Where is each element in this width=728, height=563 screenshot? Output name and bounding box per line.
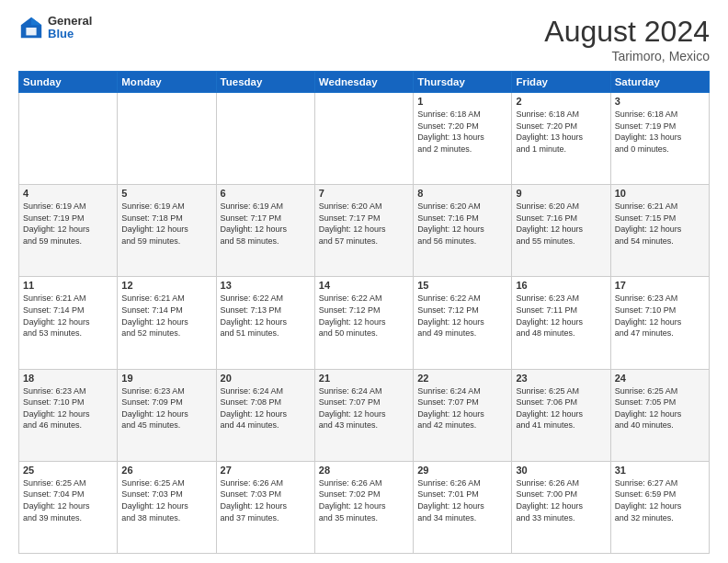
day-number: 12	[121, 280, 211, 291]
day-info: Sunrise: 6:19 AM Sunset: 7:19 PM Dayligh…	[23, 201, 113, 247]
month-title: August 2024	[544, 15, 710, 49]
day-number: 17	[615, 280, 705, 291]
week-row-5: 25Sunrise: 6:25 AM Sunset: 7:04 PM Dayli…	[19, 461, 710, 553]
calendar-cell: 29Sunrise: 6:26 AM Sunset: 7:01 PM Dayli…	[414, 461, 512, 553]
calendar-cell: 11Sunrise: 6:21 AM Sunset: 7:14 PM Dayli…	[19, 277, 118, 369]
day-number: 21	[319, 373, 409, 384]
day-number: 20	[221, 373, 311, 384]
day-info: Sunrise: 6:21 AM Sunset: 7:14 PM Dayligh…	[121, 293, 211, 339]
calendar-cell: 2Sunrise: 6:18 AM Sunset: 7:20 PM Daylig…	[512, 93, 610, 185]
day-info: Sunrise: 6:26 AM Sunset: 7:03 PM Dayligh…	[221, 477, 311, 523]
calendar-cell: 25Sunrise: 6:25 AM Sunset: 7:04 PM Dayli…	[19, 461, 118, 553]
calendar-cell: 10Sunrise: 6:21 AM Sunset: 7:15 PM Dayli…	[610, 185, 709, 277]
day-info: Sunrise: 6:20 AM Sunset: 7:16 PM Dayligh…	[516, 201, 606, 247]
calendar-cell: 6Sunrise: 6:19 AM Sunset: 7:17 PM Daylig…	[216, 185, 314, 277]
day-info: Sunrise: 6:22 AM Sunset: 7:12 PM Dayligh…	[417, 293, 507, 339]
day-info: Sunrise: 6:25 AM Sunset: 7:06 PM Dayligh…	[516, 385, 606, 431]
calendar-cell: 18Sunrise: 6:23 AM Sunset: 7:10 PM Dayli…	[19, 369, 118, 461]
location: Tarimoro, Mexico	[544, 49, 710, 63]
day-number: 25	[23, 465, 113, 476]
calendar-cell	[216, 93, 314, 185]
weekday-header-friday: Friday	[512, 72, 610, 93]
day-number: 6	[221, 188, 311, 199]
calendar-cell: 4Sunrise: 6:19 AM Sunset: 7:19 PM Daylig…	[19, 185, 118, 277]
day-info: Sunrise: 6:22 AM Sunset: 7:12 PM Dayligh…	[319, 293, 409, 339]
calendar-cell: 13Sunrise: 6:22 AM Sunset: 7:13 PM Dayli…	[216, 277, 314, 369]
day-number: 14	[319, 280, 409, 291]
day-number: 26	[121, 465, 211, 476]
calendar-cell: 7Sunrise: 6:20 AM Sunset: 7:17 PM Daylig…	[314, 185, 413, 277]
calendar-cell: 3Sunrise: 6:18 AM Sunset: 7:19 PM Daylig…	[610, 93, 709, 185]
svg-marker-1	[31, 17, 41, 25]
calendar-cell	[118, 93, 216, 185]
day-number: 8	[417, 188, 507, 199]
calendar-cell: 31Sunrise: 6:27 AM Sunset: 6:59 PM Dayli…	[610, 461, 709, 553]
logo-blue: Blue	[48, 28, 92, 40]
week-row-1: 1Sunrise: 6:18 AM Sunset: 7:20 PM Daylig…	[19, 93, 710, 185]
day-info: Sunrise: 6:18 AM Sunset: 7:20 PM Dayligh…	[516, 109, 606, 155]
day-number: 31	[615, 465, 705, 476]
day-info: Sunrise: 6:19 AM Sunset: 7:18 PM Dayligh…	[121, 201, 211, 247]
weekday-header-wednesday: Wednesday	[314, 72, 413, 93]
day-number: 11	[23, 280, 113, 291]
day-info: Sunrise: 6:25 AM Sunset: 7:05 PM Dayligh…	[615, 385, 705, 431]
day-number: 18	[23, 373, 113, 384]
calendar-cell: 5Sunrise: 6:19 AM Sunset: 7:18 PM Daylig…	[118, 185, 216, 277]
day-info: Sunrise: 6:21 AM Sunset: 7:15 PM Dayligh…	[615, 201, 705, 247]
day-number: 3	[615, 96, 705, 107]
logo-icon	[18, 15, 44, 40]
weekday-header-monday: Monday	[118, 72, 216, 93]
day-number: 24	[615, 373, 705, 384]
page: General Blue August 2024 Tarimoro, Mexic…	[0, 0, 728, 563]
calendar-cell: 15Sunrise: 6:22 AM Sunset: 7:12 PM Dayli…	[414, 277, 512, 369]
day-number: 15	[417, 280, 507, 291]
day-number: 13	[221, 280, 311, 291]
day-number: 27	[221, 465, 311, 476]
calendar-cell: 9Sunrise: 6:20 AM Sunset: 7:16 PM Daylig…	[512, 185, 610, 277]
calendar-cell: 28Sunrise: 6:26 AM Sunset: 7:02 PM Dayli…	[314, 461, 413, 553]
calendar-cell: 20Sunrise: 6:24 AM Sunset: 7:08 PM Dayli…	[216, 369, 314, 461]
weekday-header-tuesday: Tuesday	[216, 72, 314, 93]
day-info: Sunrise: 6:22 AM Sunset: 7:13 PM Dayligh…	[221, 293, 311, 339]
day-number: 23	[516, 373, 606, 384]
calendar-cell: 24Sunrise: 6:25 AM Sunset: 7:05 PM Dayli…	[610, 369, 709, 461]
calendar-cell: 21Sunrise: 6:24 AM Sunset: 7:07 PM Dayli…	[314, 369, 413, 461]
day-number: 7	[319, 188, 409, 199]
calendar-cell: 8Sunrise: 6:20 AM Sunset: 7:16 PM Daylig…	[414, 185, 512, 277]
day-info: Sunrise: 6:23 AM Sunset: 7:09 PM Dayligh…	[121, 385, 211, 431]
calendar-cell: 22Sunrise: 6:24 AM Sunset: 7:07 PM Dayli…	[414, 369, 512, 461]
day-info: Sunrise: 6:25 AM Sunset: 7:04 PM Dayligh…	[23, 477, 113, 523]
day-info: Sunrise: 6:24 AM Sunset: 7:07 PM Dayligh…	[319, 385, 409, 431]
weekday-header-thursday: Thursday	[414, 72, 512, 93]
calendar-cell	[19, 93, 118, 185]
day-number: 22	[417, 373, 507, 384]
day-number: 30	[516, 465, 606, 476]
day-info: Sunrise: 6:21 AM Sunset: 7:14 PM Dayligh…	[23, 293, 113, 339]
calendar-cell: 14Sunrise: 6:22 AM Sunset: 7:12 PM Dayli…	[314, 277, 413, 369]
day-info: Sunrise: 6:27 AM Sunset: 6:59 PM Dayligh…	[615, 477, 705, 523]
day-info: Sunrise: 6:24 AM Sunset: 7:07 PM Dayligh…	[417, 385, 507, 431]
day-info: Sunrise: 6:19 AM Sunset: 7:17 PM Dayligh…	[221, 201, 311, 247]
day-number: 16	[516, 280, 606, 291]
week-row-2: 4Sunrise: 6:19 AM Sunset: 7:19 PM Daylig…	[19, 185, 710, 277]
calendar-cell: 17Sunrise: 6:23 AM Sunset: 7:10 PM Dayli…	[610, 277, 709, 369]
week-row-3: 11Sunrise: 6:21 AM Sunset: 7:14 PM Dayli…	[19, 277, 710, 369]
day-info: Sunrise: 6:18 AM Sunset: 7:20 PM Dayligh…	[417, 109, 507, 155]
day-number: 4	[23, 188, 113, 199]
day-info: Sunrise: 6:26 AM Sunset: 7:02 PM Dayligh…	[319, 477, 409, 523]
title-block: August 2024 Tarimoro, Mexico	[544, 15, 710, 63]
logo-general: General	[48, 15, 92, 28]
day-info: Sunrise: 6:18 AM Sunset: 7:19 PM Dayligh…	[615, 109, 705, 155]
day-info: Sunrise: 6:23 AM Sunset: 7:10 PM Dayligh…	[615, 293, 705, 339]
weekday-header-sunday: Sunday	[19, 72, 118, 93]
weekday-header-row: SundayMondayTuesdayWednesdayThursdayFrid…	[19, 72, 710, 93]
week-row-4: 18Sunrise: 6:23 AM Sunset: 7:10 PM Dayli…	[19, 369, 710, 461]
day-info: Sunrise: 6:25 AM Sunset: 7:03 PM Dayligh…	[121, 477, 211, 523]
day-info: Sunrise: 6:26 AM Sunset: 7:00 PM Dayligh…	[516, 477, 606, 523]
calendar-table: SundayMondayTuesdayWednesdayThursdayFrid…	[18, 71, 710, 554]
day-number: 1	[417, 96, 507, 107]
calendar-cell: 16Sunrise: 6:23 AM Sunset: 7:11 PM Dayli…	[512, 277, 610, 369]
calendar-cell: 27Sunrise: 6:26 AM Sunset: 7:03 PM Dayli…	[216, 461, 314, 553]
day-info: Sunrise: 6:24 AM Sunset: 7:08 PM Dayligh…	[221, 385, 311, 431]
logo-text: General Blue	[48, 15, 92, 41]
